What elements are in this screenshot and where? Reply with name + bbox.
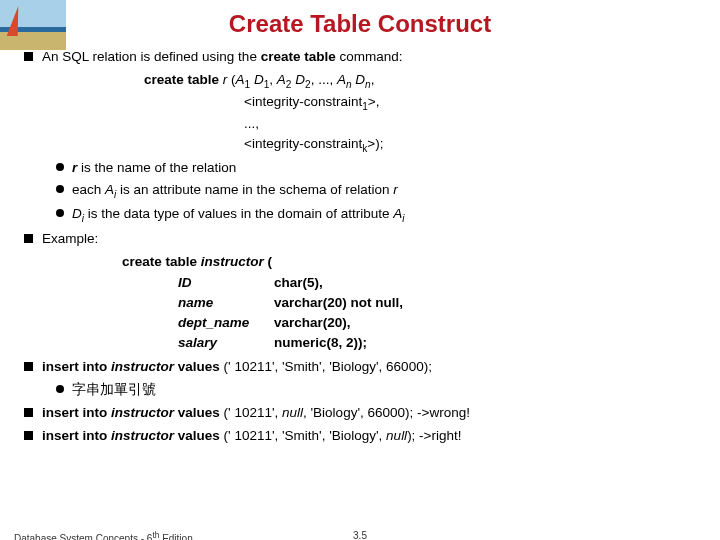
text: (A1 D1, A2 D2, ..., An Dn, (231, 72, 374, 87)
bullet-insert-1: insert into instructor values (' 10211',… (24, 357, 696, 377)
slide-body: An SQL relation is defined using the cre… (0, 47, 720, 447)
syntax-block: create table r (A1 D1, A2 D2, ..., An Dn… (144, 70, 696, 156)
text: is the data type of values in the domain… (84, 206, 393, 221)
code-line: create table instructor ( (122, 252, 696, 272)
example-code: create table instructor ( IDchar(5), nam… (122, 252, 696, 353)
var: Ai (393, 206, 404, 221)
code-line: namevarchar(20) not null, (178, 293, 696, 313)
syntax-line: ..., (244, 114, 696, 134)
kw: create table (144, 72, 223, 87)
text: <integrity-constraint (244, 136, 362, 151)
text: is the name of the relation (77, 160, 236, 175)
footer-left: Database System Concepts - 6th Edition (14, 530, 193, 540)
text: command: (339, 49, 402, 64)
bullet-insert-2: insert into instructor values (' 10211',… (24, 403, 696, 423)
slide-thumbnail-image (0, 0, 66, 50)
code-line: dept_namevarchar(20), (178, 313, 696, 333)
text: is an attribute name in the schema of re… (116, 182, 393, 197)
sub-bullet-a: each Ai is an attribute name in the sche… (56, 180, 696, 202)
var: Ai (105, 182, 116, 197)
text: >); (367, 136, 383, 151)
text: each (72, 182, 105, 197)
bullet-example: Example: (24, 229, 696, 249)
text: <integrity-constraint (244, 94, 362, 109)
var: r (393, 182, 398, 197)
var: Di (72, 206, 84, 221)
footer-page-number: 3.5 (353, 530, 367, 540)
syntax-line: <integrity-constraint1>, (244, 92, 696, 114)
code-line: IDchar(5), (178, 273, 696, 293)
sub-bullet-d: Di is the data type of values in the dom… (56, 204, 696, 226)
syntax-line: <integrity-constraintk>); (244, 134, 696, 156)
sub-bullet-r: r is the name of the relation (56, 158, 696, 178)
var: r (223, 72, 231, 87)
text: >, (368, 94, 380, 109)
syntax-line: create table r (A1 D1, A2 D2, ..., An Dn… (144, 70, 696, 92)
slide-title: Create Table Construct (0, 0, 720, 44)
sub-bullet-note: 字串加單引號 (56, 380, 696, 400)
code-line: salarynumeric(8, 2)); (178, 333, 696, 353)
bullet-insert-3: insert into instructor values (' 10211',… (24, 426, 696, 446)
bullet-definition: An SQL relation is defined using the cre… (24, 47, 696, 67)
text-bold: create table (261, 49, 340, 64)
text: An SQL relation is defined using the (42, 49, 261, 64)
